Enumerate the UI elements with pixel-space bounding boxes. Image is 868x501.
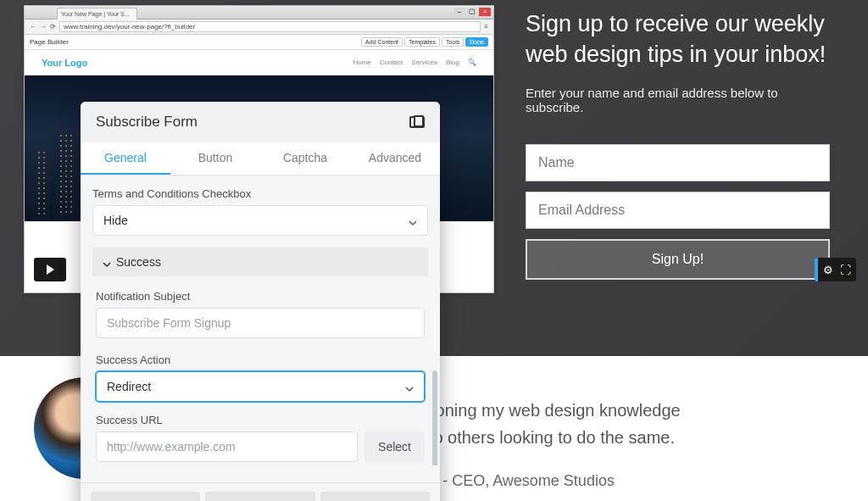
email-input[interactable] (526, 192, 830, 229)
play-icon (47, 264, 54, 275)
nav-item[interactable]: Blog (446, 58, 459, 66)
save-button[interactable]: Save (91, 492, 200, 501)
panel-header: Subscribe Form (81, 102, 440, 142)
signup-button[interactable]: Sign Up! (526, 239, 830, 280)
add-content-button[interactable]: Add Content (361, 37, 403, 47)
video-play-button[interactable] (34, 258, 66, 281)
hero-title: Sign up to receive our weekly web design… (526, 8, 830, 70)
settings-panel: Subscribe Form General Button Captcha Ad… (81, 102, 440, 501)
reload-icon[interactable]: ⟳ (50, 23, 56, 31)
notify-label: Notification Subject (96, 290, 425, 303)
panel-title: Subscribe Form (96, 114, 198, 131)
chevron-down-icon (405, 382, 414, 391)
site-logo: Your Logo (42, 58, 87, 68)
done-button[interactable]: Done (465, 37, 488, 47)
url-row: Select (96, 431, 425, 462)
site-header: Your Logo Home Contact Services Blog 🔍 (25, 50, 493, 75)
action-select[interactable]: Redirect (96, 371, 425, 402)
tools-button[interactable]: Tools (442, 37, 464, 47)
terms-label: Terms and Conditions Checkbox (92, 187, 428, 200)
site-nav: Home Contact Services Blog 🔍 (353, 58, 476, 66)
browser-tab[interactable]: Your New Page | Your S... (57, 8, 137, 19)
tab-general[interactable]: General (81, 142, 170, 175)
url-bar[interactable]: www.training.dev/your-new-page/?fl_build… (59, 21, 481, 32)
success-section-toggle[interactable]: Success (92, 248, 428, 276)
url-text: www.training.dev/your-new-page/?fl_build… (64, 23, 195, 31)
search-icon[interactable]: 🔍 (468, 58, 476, 66)
terms-value: Hide (103, 214, 128, 227)
url-input[interactable] (96, 431, 358, 462)
cancel-button[interactable]: Cancel (320, 492, 430, 501)
action-label: Success Action (96, 353, 425, 366)
success-section-label: Success (116, 255, 161, 269)
url-label: Success URL (96, 414, 425, 426)
nav-item[interactable]: Contact (380, 58, 403, 66)
page-builder-actions: Add Content Templates Tools Done (361, 37, 488, 47)
name-input[interactable] (526, 144, 830, 181)
success-section-body: Notification Subject Success Action Redi… (92, 276, 428, 465)
back-icon[interactable]: ← (30, 23, 36, 31)
url-select-button[interactable]: Select (364, 431, 425, 462)
panel-footer: Save Save As... Cancel (81, 482, 440, 501)
minimize-button[interactable]: – (453, 8, 465, 16)
tab-advanced[interactable]: Advanced (350, 142, 440, 175)
tab-button[interactable]: Button (170, 142, 260, 175)
templates-button[interactable]: Templates (404, 37, 440, 47)
action-value: Redirect (107, 380, 151, 393)
save-as-button[interactable]: Save As... (205, 492, 314, 501)
page-builder-bar: Page Builder Add Content Templates Tools… (25, 35, 493, 50)
page-builder-label: Page Builder (30, 38, 69, 46)
hero-subtitle: Enter your name and email address below … (526, 86, 830, 114)
nav-item[interactable]: Home (353, 58, 370, 66)
nav-item[interactable]: Services (411, 58, 437, 66)
chevron-down-icon (103, 258, 111, 266)
gear-icon[interactable]: ⚙ (823, 264, 833, 276)
video-settings[interactable]: ⚙ ⛶ (815, 258, 856, 281)
close-button[interactable]: × (479, 8, 491, 16)
fullscreen-icon[interactable]: ⛶ (840, 264, 851, 276)
notify-input[interactable] (96, 308, 425, 338)
forward-icon[interactable]: → (40, 23, 47, 31)
hero-content: Sign up to receive our weekly web design… (526, 8, 830, 280)
scrollbar[interactable] (432, 370, 437, 465)
maximize-button[interactable]: ▢ (466, 8, 478, 16)
panel-tabs: General Button Captcha Advanced (81, 142, 440, 175)
browser-titlebar: Your New Page | Your S... – ▢ × (25, 6, 493, 19)
menu-icon[interactable]: ≡ (484, 23, 488, 31)
signup-form: Sign Up! (526, 144, 830, 280)
panel-body: Terms and Conditions Checkbox Hide Succe… (81, 175, 440, 465)
browser-toolbar: ← → ⟳ www.training.dev/your-new-page/?fl… (25, 19, 493, 35)
window-controls: – ▢ × (453, 8, 491, 16)
terms-select[interactable]: Hide (92, 205, 428, 236)
tab-captcha[interactable]: Captcha (260, 142, 350, 175)
responsive-icon[interactable] (409, 116, 425, 128)
chevron-down-icon (409, 216, 417, 225)
